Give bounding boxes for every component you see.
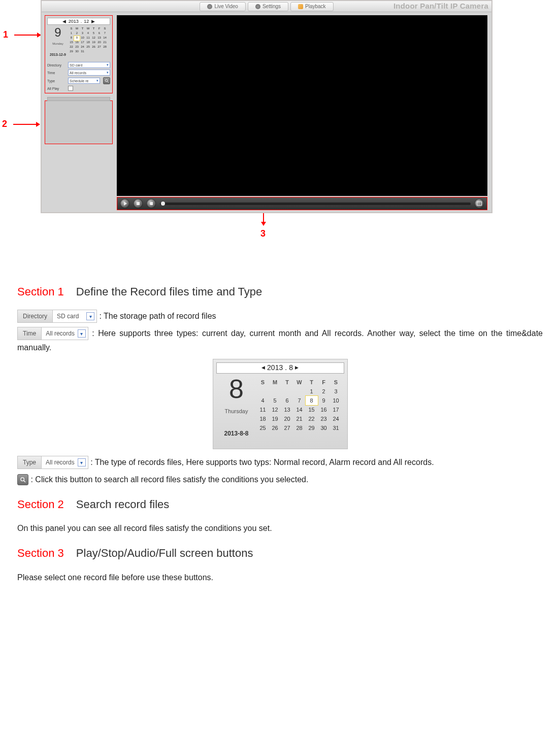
directory-chip-select[interactable]: SD card ▾	[53, 310, 96, 322]
calendar-day-cell[interactable]: 9	[318, 396, 330, 405]
calendar-day-cell[interactable]: 3	[330, 387, 342, 396]
progress-slider[interactable]	[160, 203, 471, 205]
calendar-day-cell[interactable]: 18	[85, 41, 91, 45]
calendar-day-cell[interactable]: 13	[281, 405, 293, 414]
calendar-day-cell[interactable]: 22	[69, 45, 74, 50]
video-area	[117, 15, 487, 196]
calendar-day-cell[interactable]: 6	[96, 31, 102, 36]
calendar-day-cell[interactable]: 20	[96, 41, 102, 45]
big-calendar-full-date: 2013-8-8	[216, 422, 257, 445]
type-chip-value: All records	[46, 457, 75, 468]
time-desc-text: : Here supports three types: current day…	[17, 329, 543, 352]
calendar-day-cell[interactable]: 2	[74, 31, 80, 36]
calendar-day-cell	[269, 387, 281, 396]
calendar-day-cell[interactable]: 18	[257, 414, 269, 423]
calendar-day-cell[interactable]: 21	[102, 41, 108, 45]
type-select[interactable]: Schedule re ▾	[68, 78, 100, 84]
calendar-day-cell[interactable]: 7	[102, 31, 108, 36]
calendar-prev-icon[interactable]: ◀	[62, 19, 67, 23]
calendar-day-cell[interactable]: 1	[69, 31, 74, 36]
calendar-day-cell[interactable]: 10	[330, 396, 342, 405]
calendar-day-cell[interactable]: 16	[318, 405, 330, 414]
calendar-day-cell[interactable]: 31	[80, 50, 85, 54]
calendar-day-cell[interactable]: 12	[269, 405, 281, 414]
calendar-day-cell[interactable]: 31	[330, 423, 342, 432]
calendar-day-cell[interactable]: 20	[281, 414, 293, 423]
fullscreen-button[interactable]	[475, 199, 484, 208]
calendar-header[interactable]: ◀ 2013 . 12 ▶	[47, 18, 110, 25]
calendar-day-cell[interactable]: 28	[293, 423, 306, 432]
calendar-day-cell[interactable]: 29	[69, 50, 74, 54]
type-chip-select[interactable]: All records ▾	[42, 456, 88, 469]
top-tabbar: Live Video Settings Playback Indoor Pan/…	[42, 1, 491, 12]
calendar-day-cell[interactable]: 26	[91, 45, 96, 50]
big-calendar-header[interactable]: ◀ 2013 . 8 ▶	[216, 362, 344, 374]
calendar-day-cell[interactable]: 30	[318, 423, 330, 432]
directory-select[interactable]: SD card ▾	[68, 62, 110, 68]
calendar-day-cell[interactable]: 19	[269, 414, 281, 423]
calendar-grid[interactable]: SMTWTFS123456789101112131415161718192021…	[69, 27, 110, 60]
calendar-day-cell[interactable]: 14	[293, 405, 306, 414]
audio-button[interactable]	[147, 199, 156, 208]
calendar-day-cell[interactable]: 7	[293, 396, 306, 405]
calendar-day-cell[interactable]: 27	[96, 45, 102, 50]
type-chip-label: Type	[18, 456, 42, 469]
time-desc: Time All records ▾ : Here supports three…	[17, 326, 543, 355]
calendar-next-icon[interactable]: ▶	[295, 366, 299, 370]
calendar-day-cell[interactable]: 3	[80, 31, 85, 36]
calendar-day-cell[interactable]: 4	[257, 396, 269, 405]
calendar-day-cell[interactable]: 8	[69, 36, 74, 41]
calendar-day-cell[interactable]: 29	[306, 423, 318, 432]
calendar-day-cell[interactable]: 9	[74, 36, 80, 41]
tab-settings[interactable]: Settings	[248, 2, 288, 11]
search-icon	[105, 79, 109, 83]
calendar-day-cell[interactable]: 5	[269, 396, 281, 405]
calendar-day-cell[interactable]: 8	[306, 396, 318, 405]
calendar-prev-icon[interactable]: ◀	[261, 366, 265, 370]
calendar-day-cell[interactable]: 11	[85, 36, 91, 41]
calendar-day-cell[interactable]: 23	[318, 414, 330, 423]
calendar-day-cell[interactable]: 21	[293, 414, 306, 423]
calendar-day-cell[interactable]: 17	[330, 405, 342, 414]
calendar-day-cell[interactable]: 14	[102, 36, 108, 41]
search-chip[interactable]	[17, 474, 28, 485]
tab-playback[interactable]: Playback	[290, 2, 334, 11]
calendar-day-cell[interactable]: 15	[69, 41, 74, 45]
calendar-day-cell[interactable]: 13	[96, 36, 102, 41]
section-3-heading: Section 3 Play/Stop/Audio/Full screen bu…	[17, 544, 543, 563]
calendar-next-icon[interactable]: ▶	[91, 19, 95, 23]
time-chip-select[interactable]: All records ▾	[42, 327, 88, 340]
calendar-day-cell[interactable]: 30	[74, 50, 80, 54]
calendar-day-cell[interactable]: 4	[85, 31, 91, 36]
search-button[interactable]	[103, 77, 110, 84]
calendar-day-cell[interactable]: 26	[269, 423, 281, 432]
calendar-day-cell[interactable]: 6	[281, 396, 293, 405]
play-button[interactable]	[120, 199, 129, 208]
calendar-day-cell[interactable]: 22	[306, 414, 318, 423]
calendar-day-cell[interactable]: 23	[74, 45, 80, 50]
stop-button[interactable]	[134, 199, 143, 208]
calendar-day-cell[interactable]: 15	[306, 405, 318, 414]
calendar-day-cell[interactable]: 2	[318, 387, 330, 396]
calendar-day-cell[interactable]: 24	[80, 45, 85, 50]
calendar-day-cell[interactable]: 16	[74, 41, 80, 45]
calendar-day-cell[interactable]: 1	[306, 387, 318, 396]
calendar-day-cell[interactable]: 12	[91, 36, 96, 41]
big-calendar-month: 8	[289, 361, 293, 374]
calendar-day-cell[interactable]: 5	[91, 31, 96, 36]
time-select[interactable]: All records ▾	[68, 70, 110, 76]
calendar-day-cell[interactable]: 17	[80, 41, 85, 45]
calendar-day-cell	[91, 50, 96, 54]
calendar-day-cell[interactable]: 25	[85, 45, 91, 50]
calendar-day-cell[interactable]: 11	[257, 405, 269, 414]
big-calendar-grid[interactable]: SMTWTFS123456789101112131415161718192021…	[257, 378, 344, 445]
calendar-day-cell[interactable]: 10	[80, 36, 85, 41]
calendar-day-cell[interactable]: 27	[281, 423, 293, 432]
results-panel[interactable]	[45, 101, 113, 144]
allplay-checkbox[interactable]	[68, 86, 73, 91]
tab-live-video[interactable]: Live Video	[200, 2, 246, 11]
calendar-day-cell[interactable]: 25	[257, 423, 269, 432]
calendar-day-cell[interactable]: 24	[330, 414, 342, 423]
calendar-day-cell[interactable]: 28	[102, 45, 108, 50]
calendar-day-cell[interactable]: 19	[91, 41, 96, 45]
